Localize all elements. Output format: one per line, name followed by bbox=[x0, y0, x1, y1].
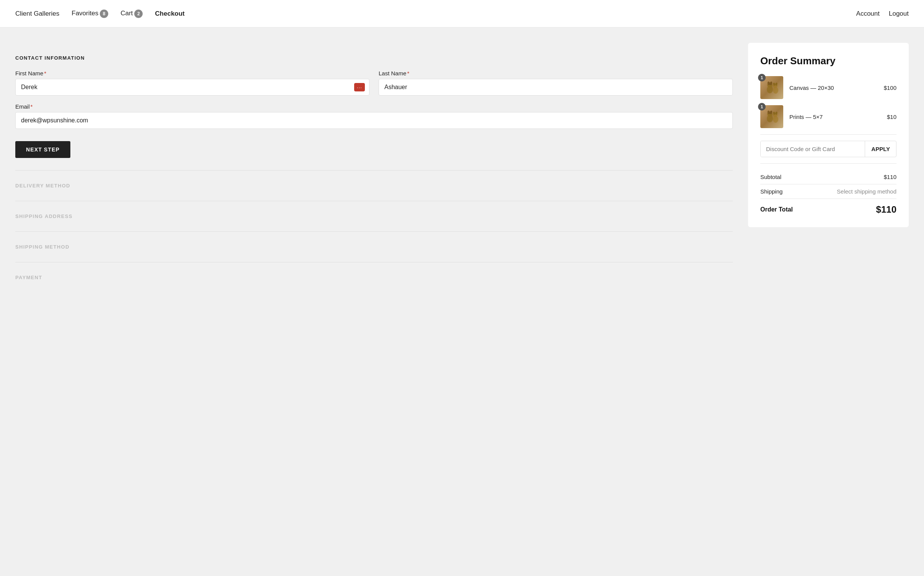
first-name-wrapper: ··· bbox=[15, 79, 369, 96]
nav-account[interactable]: Account bbox=[856, 10, 880, 18]
subtotal-label: Subtotal bbox=[760, 174, 781, 180]
favorites-badge: 8 bbox=[100, 10, 108, 18]
payment-section: PAYMENT bbox=[15, 262, 733, 293]
item-1-image-wrapper: 1 bbox=[760, 76, 783, 99]
shipping-method-section: SHIPPING METHOD bbox=[15, 232, 733, 262]
name-row: First Name* ··· Last Name* bbox=[15, 70, 733, 96]
payment-title: PAYMENT bbox=[15, 262, 733, 293]
nav-checkout[interactable]: Checkout bbox=[155, 10, 184, 18]
nav-client-galleries[interactable]: Client Galleries bbox=[15, 10, 59, 18]
dogs-illustration-1 bbox=[762, 78, 781, 97]
item-1-badge: 1 bbox=[758, 74, 766, 81]
subtotal-value: $110 bbox=[884, 174, 896, 180]
item-2-name: Prints — 5×7 bbox=[789, 114, 881, 120]
order-summary-title: Order Summary bbox=[760, 55, 896, 67]
item-1-name: Canvas — 20×30 bbox=[789, 85, 878, 91]
email-input[interactable] bbox=[15, 112, 733, 129]
item-2-badge: 1 bbox=[758, 103, 766, 111]
email-label: Email* bbox=[15, 103, 733, 110]
shipping-value: Select shipping method bbox=[837, 188, 896, 195]
nav-logout[interactable]: Logout bbox=[889, 10, 909, 18]
navigation: Client Galleries Favorites8 Cart2 Checko… bbox=[0, 0, 924, 28]
first-name-group: First Name* ··· bbox=[15, 70, 369, 96]
email-required: * bbox=[31, 103, 33, 110]
nav-left: Client Galleries Favorites8 Cart2 Checko… bbox=[15, 10, 856, 18]
email-group: Email* bbox=[15, 103, 733, 129]
first-name-required: * bbox=[44, 70, 46, 76]
cart-badge: 2 bbox=[134, 10, 143, 18]
nav-cart[interactable]: Cart2 bbox=[120, 10, 143, 18]
nav-favorites[interactable]: Favorites8 bbox=[72, 10, 108, 18]
delivery-method-title: DELIVERY METHOD bbox=[15, 171, 733, 201]
left-column: CONTACT INFORMATION First Name* ··· bbox=[15, 43, 733, 293]
shipping-row: Shipping Select shipping method bbox=[760, 184, 896, 199]
shipping-address-title: SHIPPING ADDRESS bbox=[15, 201, 733, 231]
order-item-1: 1 Canvas — 20×30 $100 bbox=[760, 76, 896, 99]
autofill-icon[interactable]: ··· bbox=[354, 83, 365, 91]
page-container: CONTACT INFORMATION First Name* ··· bbox=[0, 28, 924, 576]
order-total-label: Order Total bbox=[760, 206, 793, 213]
item-1-price: $100 bbox=[884, 85, 896, 91]
shipping-method-title: SHIPPING METHOD bbox=[15, 232, 733, 262]
apply-button[interactable]: APPLY bbox=[865, 141, 896, 157]
last-name-group: Last Name* bbox=[379, 70, 733, 96]
nav-right: Account Logout bbox=[856, 10, 909, 18]
last-name-label: Last Name* bbox=[379, 70, 733, 76]
dogs-illustration-2 bbox=[762, 107, 781, 126]
order-divider-2 bbox=[760, 163, 896, 164]
order-item-2: 1 Prints — 5×7 $10 bbox=[760, 105, 896, 128]
discount-row: APPLY bbox=[760, 141, 896, 157]
delivery-method-section: DELIVERY METHOD bbox=[15, 171, 733, 201]
order-total-value: $110 bbox=[876, 204, 896, 215]
item-2-image-wrapper: 1 bbox=[760, 105, 783, 128]
order-total-row: Order Total $110 bbox=[760, 199, 896, 215]
order-divider-1 bbox=[760, 134, 896, 135]
last-name-input[interactable] bbox=[379, 79, 733, 96]
last-name-required: * bbox=[407, 70, 410, 76]
contact-section-title: CONTACT INFORMATION bbox=[15, 55, 733, 61]
subtotal-row: Subtotal $110 bbox=[760, 170, 896, 184]
discount-input[interactable] bbox=[761, 141, 865, 157]
first-name-label: First Name* bbox=[15, 70, 369, 76]
contact-information-section: CONTACT INFORMATION First Name* ··· bbox=[15, 43, 733, 170]
first-name-input[interactable] bbox=[15, 79, 369, 96]
next-step-button[interactable]: NEXT STEP bbox=[15, 141, 70, 158]
shipping-address-section: SHIPPING ADDRESS bbox=[15, 201, 733, 231]
order-summary-card: Order Summary bbox=[748, 43, 909, 227]
right-column: Order Summary bbox=[748, 43, 909, 227]
shipping-label: Shipping bbox=[760, 188, 782, 195]
item-2-price: $10 bbox=[887, 114, 896, 120]
